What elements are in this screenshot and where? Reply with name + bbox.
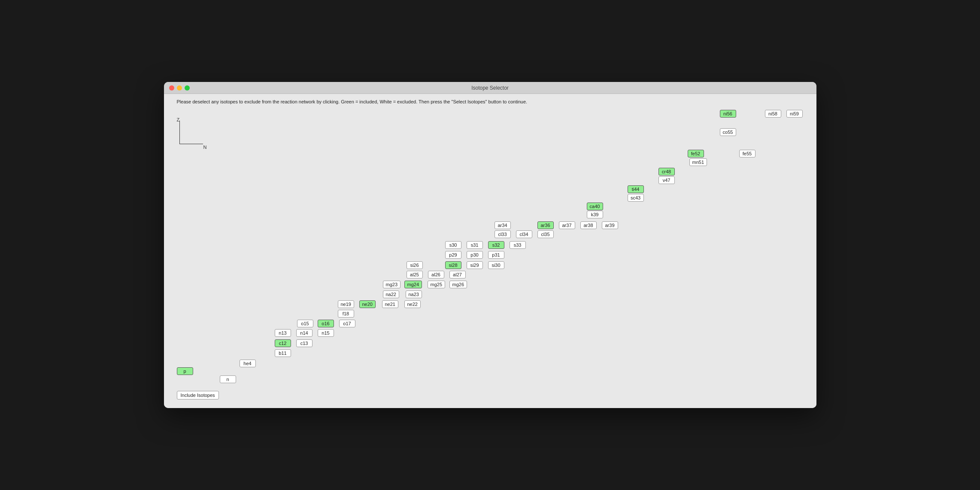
isotope-co55[interactable]: co55: [720, 128, 736, 136]
isotope-cl34[interactable]: cl34: [516, 230, 532, 238]
isotope-cl33[interactable]: cl33: [495, 230, 511, 238]
isotope-na22[interactable]: na22: [383, 290, 399, 298]
isotope-p[interactable]: p: [177, 367, 193, 375]
isotope-fe52[interactable]: fe52: [688, 150, 704, 157]
isotope-ne22[interactable]: ne22: [404, 300, 421, 308]
content-area: Please deselect any isotopes to exclude …: [164, 94, 816, 408]
isotope-f18[interactable]: f18: [338, 310, 354, 318]
isotope-ar36[interactable]: ar36: [537, 221, 554, 229]
n-axis-line: [179, 144, 203, 144]
window-title: Isotope Selector: [471, 85, 509, 91]
isotope-ar38[interactable]: ar38: [580, 221, 597, 229]
isotope-s33[interactable]: s33: [510, 241, 526, 249]
isotope-ar39[interactable]: ar39: [602, 221, 618, 229]
isotope-b11[interactable]: b11: [275, 349, 291, 357]
isotope-ne19[interactable]: ne19: [338, 300, 354, 308]
isotope-o16[interactable]: o16: [318, 320, 334, 327]
isotope-n[interactable]: n: [220, 375, 236, 383]
z-axis-line: [179, 121, 180, 144]
isotope-si28[interactable]: si28: [445, 261, 461, 269]
isotope-s30[interactable]: s30: [445, 241, 461, 249]
n-label: N: [203, 145, 207, 150]
isotope-mg25[interactable]: mg25: [428, 281, 446, 288]
isotope-na23[interactable]: na23: [406, 290, 422, 298]
isotope-mg26[interactable]: mg26: [449, 281, 467, 288]
isotope-p30[interactable]: p30: [467, 251, 483, 259]
isotope-ca40[interactable]: ca40: [587, 203, 603, 210]
close-button[interactable]: [169, 85, 174, 91]
isotope-ne20[interactable]: ne20: [359, 300, 376, 308]
isotope-sc43[interactable]: sc43: [628, 194, 644, 202]
isotope-o15[interactable]: o15: [297, 320, 313, 327]
include-isotopes-button[interactable]: Include Isotopes: [177, 391, 219, 399]
isotope-s32[interactable]: s32: [488, 241, 504, 249]
isotope-ar34[interactable]: ar34: [495, 221, 511, 229]
minimize-button[interactable]: [177, 85, 182, 91]
isotope-n15[interactable]: n15: [318, 329, 334, 337]
isotope-ne21[interactable]: ne21: [382, 300, 398, 308]
isotope-o17[interactable]: o17: [339, 320, 355, 327]
isotope-si29[interactable]: si29: [467, 261, 483, 269]
isotope-ti44[interactable]: ti44: [628, 185, 644, 193]
isotope-si26[interactable]: si26: [407, 261, 423, 269]
axis: Z N: [177, 115, 180, 123]
isotope-c13[interactable]: c13: [296, 339, 313, 347]
isotope-n13[interactable]: n13: [275, 329, 291, 337]
maximize-button[interactable]: [185, 85, 190, 91]
isotope-fe55[interactable]: fe55: [739, 150, 755, 157]
isotope-s31[interactable]: s31: [467, 241, 483, 249]
isotope-cl35[interactable]: cl35: [537, 230, 554, 238]
isotope-al27[interactable]: al27: [449, 271, 466, 278]
isotope-p29[interactable]: p29: [445, 251, 461, 259]
isotope-si30[interactable]: si30: [488, 261, 504, 269]
isotope-mn51[interactable]: mn51: [689, 158, 707, 166]
isotope-mg24[interactable]: mg24: [404, 281, 422, 288]
isotope-al26[interactable]: al26: [428, 271, 444, 278]
isotope-n14[interactable]: n14: [296, 329, 313, 337]
isotope-he4[interactable]: he4: [240, 360, 256, 367]
traffic-lights: [169, 85, 190, 91]
isotope-k39[interactable]: k39: [587, 211, 603, 218]
isotope-v47[interactable]: v47: [658, 176, 675, 184]
titlebar: Isotope Selector: [164, 82, 816, 94]
main-window: Isotope Selector Please deselect any iso…: [164, 82, 816, 408]
isotope-ni59[interactable]: ni59: [786, 110, 803, 118]
instruction-text: Please deselect any isotopes to exclude …: [177, 99, 528, 104]
isotope-ni56[interactable]: ni56: [720, 110, 736, 118]
isotope-ar37[interactable]: ar37: [559, 221, 575, 229]
isotope-mg23[interactable]: mg23: [383, 281, 401, 288]
isotope-al25[interactable]: al25: [407, 271, 423, 278]
isotope-c12[interactable]: c12: [275, 339, 291, 347]
isotope-ni58[interactable]: ni58: [765, 110, 781, 118]
isotope-p31[interactable]: p31: [488, 251, 504, 259]
isotope-cr48[interactable]: cr48: [658, 168, 675, 175]
